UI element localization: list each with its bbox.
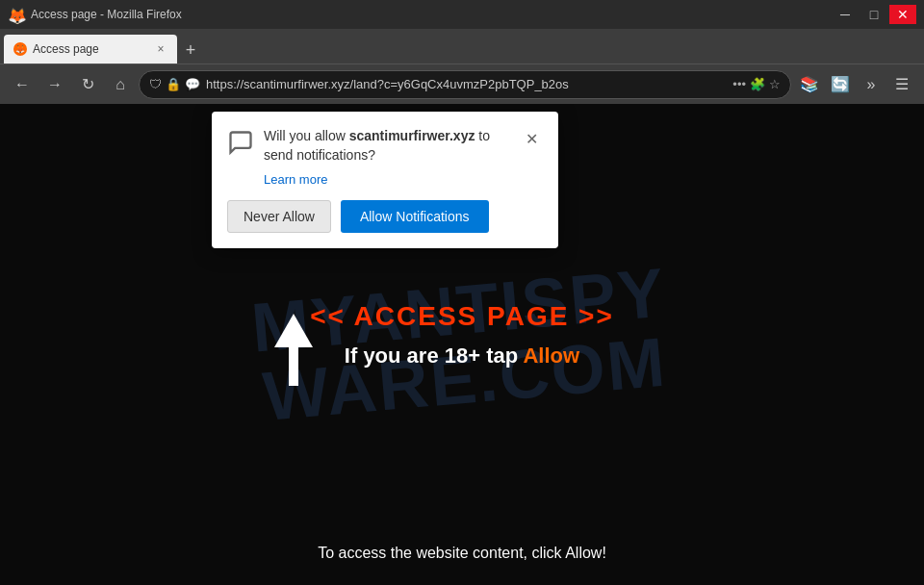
titlebar: 🦊 Access page - Mozilla Firefox ─ □ ✕ bbox=[0, 0, 924, 29]
popup-header: Will you allow scantimurfirwer.xyz to se… bbox=[227, 127, 543, 165]
url-text: https://scantimurfirwer.xyz/land?c=y6GqC… bbox=[206, 77, 727, 91]
window-controls: ─ □ ✕ bbox=[832, 5, 916, 24]
firefox-icon: 🦊 bbox=[8, 7, 23, 22]
toolbar-right: 📚 🔄 » ☰ bbox=[795, 70, 916, 99]
subheading-allow: Allow bbox=[523, 343, 579, 368]
notification-bell-icon bbox=[227, 129, 254, 156]
allow-notifications-button[interactable]: Allow Notifications bbox=[341, 200, 489, 233]
pocket-icon: 🧩 bbox=[750, 77, 765, 91]
address-icons-left: 🛡 🔒 💬 bbox=[149, 77, 200, 91]
forward-button[interactable]: → bbox=[40, 70, 69, 99]
popup-close-button[interactable]: ✕ bbox=[520, 127, 543, 150]
page-content: MYANTISPY WARE.COM Will you allow scanti… bbox=[0, 104, 924, 585]
minimize-button[interactable]: ─ bbox=[832, 5, 859, 24]
bookmark-icon[interactable]: ☆ bbox=[769, 77, 781, 91]
tab-favicon: 🦊 bbox=[13, 42, 27, 56]
menu-button[interactable]: ☰ bbox=[887, 70, 916, 99]
window-title: Access page - Mozilla Firefox bbox=[31, 8, 182, 21]
overflow-button[interactable]: » bbox=[857, 70, 886, 99]
new-tab-button[interactable]: + bbox=[177, 37, 204, 64]
learn-more-link[interactable]: Learn more bbox=[264, 172, 543, 187]
popup-buttons: Never Allow Allow Notifications bbox=[227, 200, 543, 233]
address-bar[interactable]: 🛡 🔒 💬 https://scantimurfirwer.xyz/land?c… bbox=[139, 70, 791, 99]
reload-button[interactable]: ↻ bbox=[73, 70, 102, 99]
page-bottom-text: To access the website content, click All… bbox=[0, 545, 924, 562]
lock-icon: 🔒 bbox=[166, 77, 181, 91]
address-icons-right: ••• 🧩 ☆ bbox=[732, 77, 781, 91]
popup-message: Will you allow scantimurfirwer.xyz to se… bbox=[264, 127, 520, 165]
notification-popup: Will you allow scantimurfirwer.xyz to se… bbox=[212, 112, 558, 248]
close-button[interactable]: ✕ bbox=[889, 5, 916, 24]
arrow-indicator bbox=[274, 314, 313, 386]
never-allow-button[interactable]: Never Allow bbox=[227, 200, 331, 233]
arrow-shaft bbox=[289, 347, 298, 386]
tabbar: 🦊 Access page × + bbox=[0, 29, 924, 64]
arrow-up-shape bbox=[274, 314, 313, 347]
active-tab[interactable]: 🦊 Access page × bbox=[4, 35, 177, 64]
back-button[interactable]: ← bbox=[8, 70, 37, 99]
page-heading: << ACCESS PAGE >> bbox=[310, 301, 614, 332]
popup-icon-text: Will you allow scantimurfirwer.xyz to se… bbox=[227, 127, 520, 165]
restore-button[interactable]: □ bbox=[860, 5, 887, 24]
sync-button[interactable]: 🔄 bbox=[826, 70, 855, 99]
tab-label: Access page bbox=[33, 42, 146, 56]
page-subheading: If you are 18+ tap Allow bbox=[310, 343, 614, 369]
shield-icon: 🛡 bbox=[149, 77, 162, 91]
subheading-prefix: If you are 18+ tap bbox=[345, 343, 524, 368]
home-button[interactable]: ⌂ bbox=[106, 70, 135, 99]
page-main: << ACCESS PAGE >> If you are 18+ tap All… bbox=[310, 301, 614, 369]
tab-close-button[interactable]: × bbox=[152, 40, 169, 58]
navbar: ← → ↻ ⌂ 🛡 🔒 💬 https://scantimurfirwer.xy… bbox=[0, 64, 924, 104]
titlebar-left: 🦊 Access page - Mozilla Firefox bbox=[8, 7, 182, 22]
popup-domain: scantimurfirwer.xyz bbox=[349, 128, 475, 143]
library-button[interactable]: 📚 bbox=[795, 70, 824, 99]
camera-icon: 💬 bbox=[185, 77, 200, 91]
dots-icon[interactable]: ••• bbox=[732, 77, 746, 91]
